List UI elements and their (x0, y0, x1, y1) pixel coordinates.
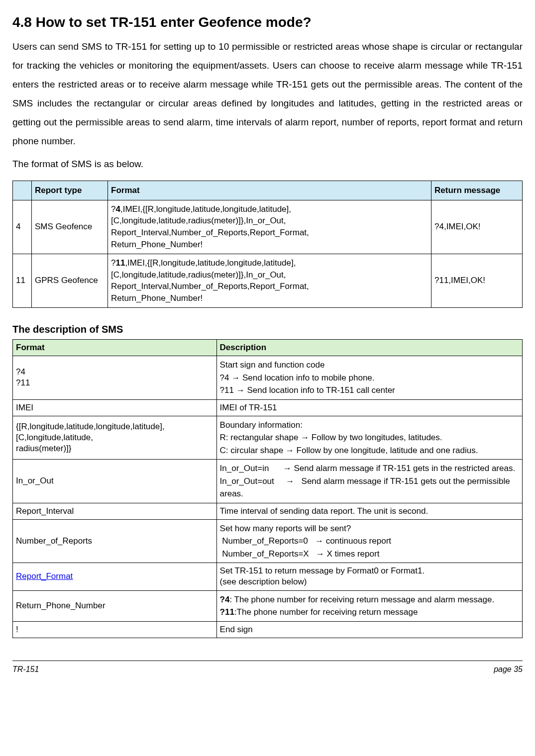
table-row: ! End sign (13, 621, 523, 638)
cell-desc: Set how many reports will be sent? Numbe… (216, 519, 522, 563)
table-header-row: Format Description (13, 340, 523, 356)
table-header-row: Report type Format Return message (13, 181, 523, 200)
cell-desc: Boundary information: R: rectangular sha… (216, 416, 522, 460)
header-format: Format (108, 181, 431, 200)
cell-desc: ?4: The phone number for receiving retur… (216, 590, 522, 621)
cell-type: GPRS Geofence (32, 254, 108, 307)
cell-format: Report_Format (13, 563, 217, 590)
header-report-type: Report type (32, 181, 108, 200)
cell-format: ?4 ?11 (13, 356, 217, 400)
cell-format: {[R,longitude,latitude,longitude,latitud… (13, 416, 217, 460)
cell-desc: End sign (216, 621, 522, 638)
header-return: Return message (431, 181, 523, 200)
cell-num: 4 (13, 200, 32, 254)
cell-return: ?11,IMEI,OK! (431, 254, 523, 307)
cell-return: ?4,IMEI,OK! (431, 200, 523, 254)
report-format-link[interactable]: Report_Format (16, 571, 73, 581)
cell-format: Report_Interval (13, 503, 217, 519)
description-table: Format Description ?4 ?11 Start sign and… (12, 339, 523, 638)
format-intro-text: The format of SMS is as below. (12, 156, 523, 173)
header-num (13, 181, 32, 200)
table-row: 11 GPRS Geofence ?11,IMEI,{[R,longitude,… (13, 254, 523, 307)
table-row: Report_Format Set TR-151 to return messa… (13, 563, 523, 590)
table-row: ?4 ?11 Start sign and function code ?4 →… (13, 356, 523, 400)
cell-type: SMS Geofence (32, 200, 108, 254)
cell-desc: IMEI of TR-151 (216, 399, 522, 416)
cell-format: In_or_Out (13, 460, 217, 503)
cell-format: IMEI (13, 399, 217, 416)
table-row: Report_Interval Time interval of sending… (13, 503, 523, 519)
cell-num: 11 (13, 254, 32, 307)
header-format: Format (13, 340, 217, 356)
cell-format: Return_Phone_Number (13, 590, 217, 621)
page-footer: TR-151 page 35 (12, 661, 523, 677)
report-format-table: Report type Format Return message 4 SMS … (12, 181, 523, 308)
header-description: Description (216, 340, 522, 356)
footer-left: TR-151 (12, 662, 39, 677)
cell-format: Number_of_Reports (13, 519, 217, 563)
cell-format: ?4,IMEI,{[R,longitude,latitude,longitude… (108, 200, 431, 254)
table-row: {[R,longitude,latitude,longitude,latitud… (13, 416, 523, 460)
table-row: 4 SMS Geofence ?4,IMEI,{[R,longitude,lat… (13, 200, 523, 254)
page-heading: 4.8 How to set TR-151 enter Geofence mod… (12, 10, 523, 35)
footer-right: page 35 (494, 662, 523, 677)
cell-desc: Start sign and function code ?4 → Send l… (216, 356, 522, 400)
table-row: In_or_Out In_or_Out=in → Send alarm mess… (13, 460, 523, 503)
intro-paragraph: Users can send SMS to TR-151 for setting… (12, 37, 523, 151)
section-title: The description of SMS (12, 320, 523, 338)
table-row: Number_of_Reports Set how many reports w… (13, 519, 523, 563)
cell-desc: In_or_Out=in → Send alarm message if TR-… (216, 460, 522, 503)
cell-desc: Set TR-151 to return message by Format0 … (216, 563, 522, 590)
cell-desc: Time interval of sending data report. Th… (216, 503, 522, 519)
table-row: IMEI IMEI of TR-151 (13, 399, 523, 416)
cell-format: ! (13, 621, 217, 638)
cell-format: ?11,IMEI,{[R,longitude,latitude,longitud… (108, 254, 431, 307)
table-row: Return_Phone_Number ?4: The phone number… (13, 590, 523, 621)
